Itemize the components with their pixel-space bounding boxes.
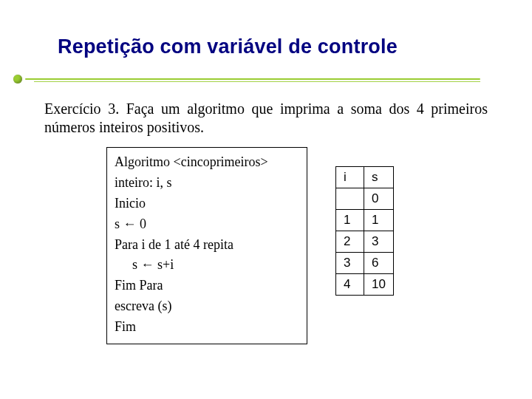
cell-i: 4 <box>336 274 364 296</box>
cell-s: 6 <box>364 253 394 274</box>
cell-s: 3 <box>364 231 394 253</box>
slide-title: Repetição com variável de controle <box>58 35 488 58</box>
underline-line-secondary <box>34 81 480 82</box>
table-header-row: i s <box>336 167 394 188</box>
cell-i <box>336 188 364 210</box>
cell-s: 1 <box>364 210 394 231</box>
content-row: Algoritmo <cincoprimeiros> inteiro: i, s… <box>44 147 488 344</box>
trace-table: i s 0 1 1 2 3 3 6 4 10 <box>335 166 394 296</box>
title-underline <box>13 73 483 86</box>
table-row: 3 6 <box>336 253 394 274</box>
algo-line-indented: s ← s+i <box>115 255 296 276</box>
underline-line <box>25 78 480 80</box>
bullet-dot-icon <box>13 75 22 83</box>
algo-line: Inicio <box>115 194 296 214</box>
algorithm-box: Algoritmo <cincoprimeiros> inteiro: i, s… <box>106 147 307 344</box>
col-header-s: s <box>364 167 394 188</box>
table-row: 0 <box>336 188 394 210</box>
table-row: 2 3 <box>336 231 394 253</box>
cell-i: 3 <box>336 253 364 274</box>
algo-line: Fim <box>115 317 296 338</box>
algo-line: inteiro: i, s <box>115 173 296 194</box>
algo-line: Para i de 1 até 4 repita <box>115 235 296 256</box>
cell-i: 1 <box>336 210 364 231</box>
algo-line: Algoritmo <cincoprimeiros> <box>115 152 296 173</box>
algo-line: Fim Para <box>115 276 296 296</box>
exercise-text: Exercício 3. Faça um algoritmo que impri… <box>44 100 488 137</box>
cell-i: 2 <box>336 231 364 253</box>
algo-line: escreva (s) <box>115 296 296 317</box>
cell-s: 10 <box>364 274 394 296</box>
table-row: 4 10 <box>336 274 394 296</box>
algo-line: s ← 0 <box>115 214 296 235</box>
col-header-i: i <box>336 167 364 188</box>
slide: Repetição com variável de controle Exerc… <box>0 0 532 399</box>
table-row: 1 1 <box>336 210 394 231</box>
cell-s: 0 <box>364 188 394 210</box>
